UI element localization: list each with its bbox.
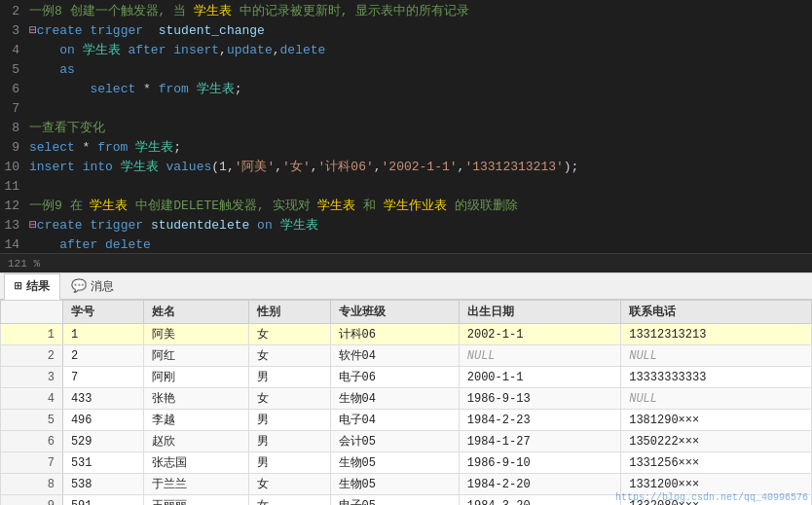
row-number: 8 <box>1 474 63 495</box>
code-line: 13⊟create trigger studentdelete on 学生表 <box>0 216 812 235</box>
row-number: 9 <box>1 495 63 506</box>
code-lines: 2一例8 创建一个触发器, 当 学生表 中的记录被更新时, 显示表中的所有记录3… <box>0 0 812 253</box>
line-number: 7 <box>0 99 29 119</box>
table-cell: 电子05 <box>330 495 459 506</box>
code-line: 14 after delete <box>0 235 812 253</box>
tab-messages[interactable]: 💬 消息 <box>60 273 125 300</box>
column-header: 性别 <box>249 301 330 324</box>
table-cell: 1984-1-27 <box>459 431 620 452</box>
table-row: 7531张志国男生物051986-9-101331256××× <box>1 452 812 474</box>
table-cell: 赵欣 <box>144 431 249 452</box>
results-icon: ⊞ <box>15 278 22 294</box>
table-cell: 1986-9-13 <box>459 388 620 410</box>
line-number: 9 <box>0 138 29 158</box>
row-number: 7 <box>1 452 63 474</box>
table-cell: 男 <box>249 452 330 474</box>
tab-results[interactable]: ⊞ 结果 <box>4 273 60 300</box>
table-cell: 阿红 <box>144 345 249 367</box>
results-wrapper: 学号姓名性别专业班级出生日期联系电话 11阿美女计科062002-1-11331… <box>0 300 812 505</box>
line-number: 5 <box>0 60 29 80</box>
code-line: 6 select * from 学生表; <box>0 80 812 99</box>
tab-results-label: 结果 <box>26 278 50 295</box>
code-line: 3⊟create trigger student_change <box>0 21 812 41</box>
table-cell: 1 <box>62 324 143 345</box>
code-line: 2一例8 创建一个触发器, 当 学生表 中的记录被更新时, 显示表中的所有记录 <box>0 2 812 21</box>
line-number: 4 <box>0 41 29 60</box>
tab-messages-label: 消息 <box>91 278 114 295</box>
line-content: as <box>29 60 812 80</box>
row-number: 2 <box>1 345 63 367</box>
table-cell: 男 <box>249 367 330 388</box>
table-cell: 张志国 <box>144 452 249 474</box>
line-content: insert into 学生表 values(1,'阿美','女','计科06'… <box>29 158 812 177</box>
row-number: 4 <box>1 388 63 410</box>
table-cell: 7 <box>62 367 143 388</box>
table-row: 6529赵欣男会计051984-1-271350222××× <box>1 431 812 452</box>
tabs-bar: ⊞ 结果 💬 消息 <box>0 272 812 300</box>
code-line: 8一查看下变化 <box>0 119 812 138</box>
table-cell: 2 <box>62 345 143 367</box>
line-number: 11 <box>0 177 29 197</box>
code-line: 12一例9 在 学生表 中创建DELETE触发器, 实现对 学生表 和 学生作业… <box>0 197 812 216</box>
column-header: 专业班级 <box>330 301 459 324</box>
line-content: 一查看下变化 <box>29 119 812 138</box>
code-line: 7 <box>0 99 812 119</box>
table-cell: 1984-2-20 <box>459 474 620 495</box>
table-cell: 电子04 <box>330 410 459 431</box>
table-cell: 生物05 <box>330 452 459 474</box>
line-number: 6 <box>0 80 29 99</box>
table-cell: 531 <box>62 452 143 474</box>
table-cell: 张艳 <box>144 388 249 410</box>
table-cell: 1986-9-10 <box>459 452 620 474</box>
zoom-level: 121 % <box>8 258 40 270</box>
table-cell: NULL <box>621 388 812 410</box>
table-row: 22阿红女软件04NULLNULL <box>1 345 812 367</box>
table-cell: 女 <box>249 474 330 495</box>
table-row: 37阿刚男电子062000-1-113333333333 <box>1 367 812 388</box>
table-cell: 1381290××× <box>621 410 812 431</box>
line-number: 2 <box>0 2 29 21</box>
table-cell: 13333333333 <box>621 367 812 388</box>
column-header: 出生日期 <box>459 301 620 324</box>
line-number: 10 <box>0 158 29 177</box>
table-cell: 阿刚 <box>144 367 249 388</box>
code-editor: 2一例8 创建一个触发器, 当 学生表 中的记录被更新时, 显示表中的所有记录3… <box>0 0 812 253</box>
zoom-bar: 121 % <box>0 253 812 272</box>
row-number: 5 <box>1 410 63 431</box>
table-cell: 男 <box>249 431 330 452</box>
line-content: ⊟create trigger studentdelete on 学生表 <box>29 216 812 235</box>
table-cell: 女 <box>249 324 330 345</box>
row-number: 6 <box>1 431 63 452</box>
line-content: 一例9 在 学生表 中创建DELETE触发器, 实现对 学生表 和 学生作业表 … <box>29 197 812 216</box>
line-number: 13 <box>0 216 29 235</box>
table-cell: 2002-1-1 <box>459 324 620 345</box>
code-line: 4 on 学生表 after insert,update,delete <box>0 41 812 60</box>
table-cell: 591 <box>62 495 143 506</box>
line-number: 3 <box>0 21 29 41</box>
watermark: https://blog.csdn.net/qq_40996576 <box>615 492 808 503</box>
table-cell: 1984-2-23 <box>459 410 620 431</box>
table-cell: 软件04 <box>330 345 459 367</box>
results-area[interactable]: 学号姓名性别专业班级出生日期联系电话 11阿美女计科062002-1-11331… <box>0 300 812 505</box>
table-cell: NULL <box>621 345 812 367</box>
table-cell: 女 <box>249 345 330 367</box>
table-cell: 1331256××× <box>621 452 812 474</box>
code-line: 5 as <box>0 60 812 80</box>
line-content: ⊟create trigger student_change <box>29 21 812 41</box>
code-line: 9select * from 学生表; <box>0 138 812 158</box>
row-number: 3 <box>1 367 63 388</box>
table-cell: 1984-3-20 <box>459 495 620 506</box>
table-cell: 李越 <box>144 410 249 431</box>
table-cell: 生物05 <box>330 474 459 495</box>
code-line: 11 <box>0 177 812 197</box>
results-table: 学号姓名性别专业班级出生日期联系电话 11阿美女计科062002-1-11331… <box>0 300 812 505</box>
table-cell: 1350222××× <box>621 431 812 452</box>
column-header: 学号 <box>62 301 143 324</box>
column-header: 姓名 <box>144 301 249 324</box>
table-row: 11阿美女计科062002-1-113312313213 <box>1 324 812 345</box>
line-content: on 学生表 after insert,update,delete <box>29 41 812 60</box>
table-cell: 529 <box>62 431 143 452</box>
code-line: 10insert into 学生表 values(1,'阿美','女','计科0… <box>0 158 812 177</box>
table-cell: 计科06 <box>330 324 459 345</box>
table-cell: 男 <box>249 410 330 431</box>
